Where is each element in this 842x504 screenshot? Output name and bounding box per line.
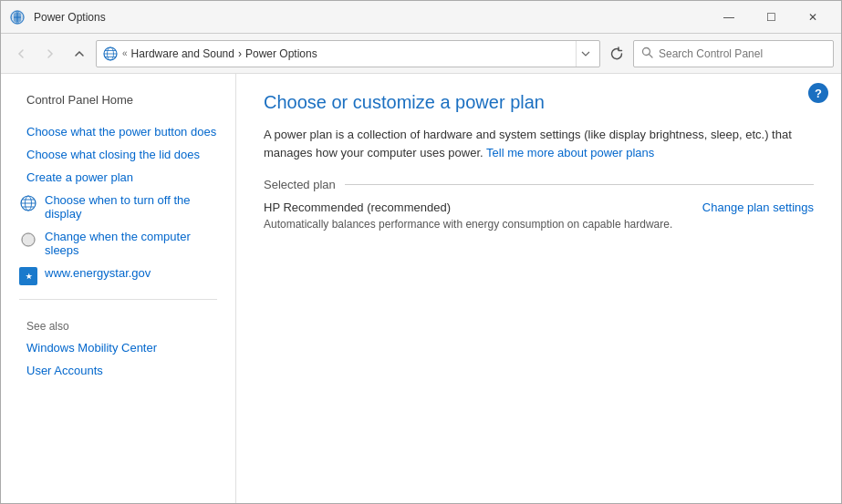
plan-row: HP Recommended (recommended) Change plan… bbox=[264, 201, 814, 214]
svg-point-14 bbox=[21, 232, 36, 247]
search-icon bbox=[641, 46, 653, 61]
sidebar-divider bbox=[19, 299, 217, 300]
right-panel: ? Choose or customize a power plan A pow… bbox=[236, 74, 841, 503]
svg-line-8 bbox=[650, 54, 653, 57]
sidebar-home[interactable]: Control Panel Home bbox=[1, 88, 235, 111]
address-dropdown-button[interactable] bbox=[576, 41, 594, 67]
search-input[interactable] bbox=[659, 47, 826, 60]
sleep-icon bbox=[19, 231, 37, 249]
search-bar[interactable] bbox=[633, 40, 834, 67]
refresh-button[interactable] bbox=[604, 41, 629, 67]
up-button[interactable] bbox=[67, 41, 92, 67]
sidebar-item-energystar[interactable]: ★ www.energystar.gov bbox=[1, 262, 235, 290]
main-content: Control Panel Home Choose what the power… bbox=[1, 74, 841, 503]
titlebar-buttons: — ☐ ✕ bbox=[708, 1, 834, 34]
titlebar: Power Options — ☐ ✕ bbox=[1, 1, 841, 34]
sidebar-item-lid[interactable]: Choose what closing the lid does bbox=[1, 143, 235, 166]
help-button[interactable]: ? bbox=[808, 83, 828, 103]
learn-more-link[interactable]: Tell me more about power plans bbox=[486, 146, 654, 159]
close-button[interactable]: ✕ bbox=[792, 1, 834, 34]
change-plan-settings-link[interactable]: Change plan settings bbox=[702, 201, 814, 214]
address-path1: Hardware and Sound bbox=[131, 47, 234, 60]
plan-name: HP Recommended (recommended) bbox=[264, 201, 451, 214]
titlebar-title: Power Options bbox=[34, 11, 708, 24]
sidebar-item-turn-off-display[interactable]: Choose when to turn off the display bbox=[1, 189, 235, 225]
address-separator: › bbox=[238, 47, 242, 60]
address-globe-icon bbox=[102, 46, 119, 62]
address-prefix: « bbox=[122, 48, 128, 58]
sidebar-item-sleep[interactable]: Change when the computer sleeps bbox=[1, 225, 235, 262]
maximize-button[interactable]: ☐ bbox=[750, 1, 792, 34]
sidebar: Control Panel Home Choose what the power… bbox=[1, 74, 236, 503]
selected-plan-label: Selected plan bbox=[264, 178, 336, 191]
description-text: A power plan is a collection of hardware… bbox=[264, 126, 814, 161]
sidebar-item-power-button[interactable]: Choose what the power button does bbox=[1, 120, 235, 143]
address-path: Hardware and Sound › Power Options bbox=[131, 47, 572, 60]
turn-off-display-icon bbox=[19, 194, 37, 212]
sidebar-item-user-accounts[interactable]: User Accounts bbox=[1, 359, 235, 382]
back-button[interactable] bbox=[8, 41, 34, 67]
energystar-icon: ★ bbox=[19, 267, 37, 285]
toolbar: « Hardware and Sound › Power Options bbox=[1, 34, 841, 74]
sidebar-item-turn-off-display-text: Choose when to turn off the display bbox=[45, 193, 217, 221]
selected-plan-section: Selected plan bbox=[264, 178, 814, 191]
sidebar-item-energystar-text: www.energystar.gov bbox=[45, 266, 151, 280]
plan-description: Automatically balances performance with … bbox=[264, 218, 814, 231]
app-icon bbox=[8, 8, 26, 26]
sidebar-item-mobility-center[interactable]: Windows Mobility Center bbox=[1, 336, 235, 359]
page-heading: Choose or customize a power plan bbox=[264, 92, 814, 113]
forward-button[interactable] bbox=[37, 41, 63, 67]
window: Power Options — ☐ ✕ bbox=[0, 0, 842, 504]
sidebar-item-sleep-text: Change when the computer sleeps bbox=[45, 230, 217, 257]
minimize-button[interactable]: — bbox=[708, 1, 750, 34]
section-divider-line bbox=[345, 184, 814, 185]
see-also-label: See also bbox=[1, 309, 235, 336]
address-path2: Power Options bbox=[245, 47, 317, 60]
address-bar[interactable]: « Hardware and Sound › Power Options bbox=[96, 40, 600, 67]
sidebar-item-create-plan[interactable]: Create a power plan bbox=[1, 166, 235, 189]
